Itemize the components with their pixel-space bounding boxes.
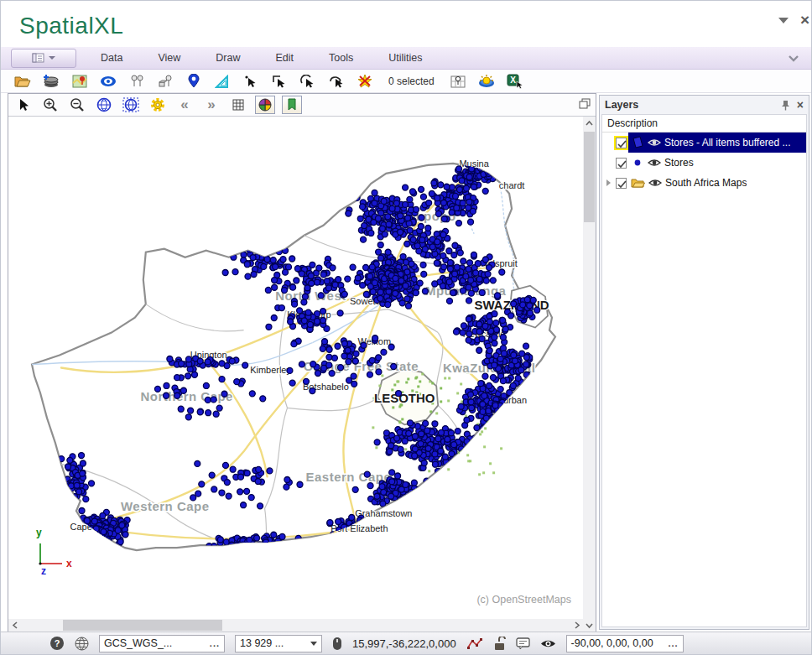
pins-group-icon[interactable] bbox=[127, 72, 146, 91]
tab-utilities[interactable]: Utilities bbox=[371, 48, 440, 69]
scroll-up-icon[interactable] bbox=[583, 117, 596, 129]
layer-row-south-africa-maps[interactable]: South Africa Maps bbox=[602, 173, 806, 193]
set-square-icon[interactable] bbox=[212, 72, 232, 91]
layer-label: Stores bbox=[664, 157, 694, 169]
cascade-windows-icon[interactable] bbox=[579, 97, 591, 112]
title-bar: SpatialXL × bbox=[1, 1, 812, 47]
visibility-eye-icon[interactable] bbox=[648, 178, 662, 188]
rotation-more-button[interactable]: ... bbox=[668, 639, 678, 647]
map-canvas[interactable]: MusinachardtLimpopoNelspruitMpumalangaSW… bbox=[8, 117, 583, 619]
scroll-down-icon[interactable] bbox=[583, 619, 596, 632]
app-title: SpatialXL bbox=[19, 13, 123, 39]
crs-more-button[interactable]: ... bbox=[210, 639, 220, 647]
layers-panel-title: Layers bbox=[605, 99, 774, 111]
projection-globe-icon[interactable] bbox=[75, 637, 89, 651]
app-menu-caret-icon bbox=[49, 56, 55, 60]
layer-label: Stores - All items buffered ... bbox=[664, 137, 791, 148]
layer-checkbox[interactable] bbox=[614, 136, 628, 150]
excel-export-icon[interactable]: X bbox=[506, 72, 525, 91]
bookmark-icon[interactable] bbox=[282, 96, 302, 114]
open-folder-icon[interactable] bbox=[13, 72, 32, 91]
map-pin-icon[interactable] bbox=[184, 72, 203, 91]
next-view-icon[interactable]: » bbox=[201, 96, 221, 114]
main-toolbar: 0 selected X bbox=[1, 70, 811, 93]
layers-sun-icon[interactable] bbox=[477, 72, 497, 91]
tab-draw[interactable]: Draw bbox=[198, 48, 258, 69]
settings-gear-icon[interactable] bbox=[148, 96, 168, 114]
add-layers-icon[interactable] bbox=[41, 72, 60, 91]
app-menu-button[interactable] bbox=[11, 49, 76, 68]
scale-caret-icon bbox=[310, 642, 317, 646]
previous-view-icon[interactable]: « bbox=[174, 96, 195, 114]
scale-dropdown[interactable]: 13 929 ... bbox=[235, 635, 322, 652]
visibility-eye-icon[interactable] bbox=[648, 138, 661, 148]
tab-edit[interactable]: Edit bbox=[258, 48, 311, 69]
tooltip-icon[interactable] bbox=[516, 637, 530, 650]
vertical-scroll-thumb[interactable] bbox=[584, 132, 595, 222]
crs-field[interactable]: GCS_WGS_... ... bbox=[99, 635, 225, 652]
zoom-selection-icon[interactable] bbox=[121, 96, 141, 114]
zoom-out-icon[interactable] bbox=[67, 96, 87, 114]
clear-selection-icon[interactable] bbox=[355, 72, 374, 91]
visibility-icon[interactable] bbox=[540, 638, 556, 649]
tab-view[interactable]: View bbox=[140, 48, 198, 69]
scale-value: 13 929 ... bbox=[240, 637, 304, 649]
axis-y-label: y bbox=[36, 527, 42, 538]
south-africa-map: MusinachardtLimpopoNelspruitMpumalangaSW… bbox=[8, 117, 583, 619]
tab-data[interactable]: Data bbox=[83, 48, 140, 69]
point-symbol-icon bbox=[631, 156, 644, 169]
legend-colors-icon[interactable] bbox=[255, 96, 275, 114]
map-label: Eastern Cape bbox=[306, 470, 392, 484]
pointer-tool-icon[interactable] bbox=[13, 96, 34, 114]
rotation-field[interactable]: -90,00, 0,00, 0,00 ... bbox=[566, 635, 684, 652]
pins-3d-icon[interactable] bbox=[155, 72, 174, 91]
scroll-right-icon[interactable] bbox=[570, 619, 583, 632]
panel-close-icon[interactable]: × bbox=[797, 98, 804, 112]
zoom-full-extent-icon[interactable] bbox=[94, 96, 114, 114]
country-outline bbox=[32, 164, 555, 550]
layer-label: South Africa Maps bbox=[665, 177, 747, 189]
app-menu-icon bbox=[32, 53, 45, 63]
map-label: chardt bbox=[499, 180, 525, 190]
ribbon-collapse-icon[interactable] bbox=[788, 50, 799, 65]
zoom-in-icon[interactable] bbox=[40, 96, 60, 114]
mouse-coordinates: 15,997,-36,222,0,000 bbox=[352, 637, 456, 650]
snap-path-icon[interactable] bbox=[466, 637, 483, 650]
layer-row-stores[interactable]: Stores bbox=[602, 153, 806, 173]
layer-row-stores-buffered[interactable]: Stores - All items buffered ... bbox=[602, 133, 806, 153]
map-label: Musina bbox=[459, 159, 489, 169]
map-image-icon[interactable] bbox=[70, 72, 89, 91]
grid-icon[interactable] bbox=[228, 96, 248, 114]
axis-x-label: x bbox=[66, 558, 72, 569]
select-rectangle-icon[interactable] bbox=[269, 72, 289, 91]
spatialxl-window: SpatialXL × Data View Draw Edit Tools Ut… bbox=[0, 0, 812, 655]
horizontal-scrollbar[interactable] bbox=[8, 619, 583, 632]
tab-tools[interactable]: Tools bbox=[311, 48, 371, 69]
scroll-left-icon[interactable] bbox=[8, 619, 21, 632]
unlock-icon[interactable] bbox=[493, 637, 506, 651]
layer-checkbox[interactable] bbox=[614, 156, 628, 170]
select-circle-icon[interactable] bbox=[298, 72, 317, 91]
expand-arrow-icon[interactable] bbox=[606, 179, 611, 186]
map-panel: « » bbox=[8, 93, 596, 632]
layer-checkbox[interactable] bbox=[614, 176, 628, 190]
select-lasso-icon[interactable] bbox=[326, 72, 346, 91]
window-collapse-icon[interactable] bbox=[778, 18, 789, 23]
locate-on-map-icon[interactable] bbox=[449, 72, 468, 91]
map-label: Western Cape bbox=[121, 499, 210, 513]
layers-panel-header: Layers × bbox=[600, 96, 809, 114]
layers-list: Description Stores - All items buffered … bbox=[601, 114, 807, 627]
status-bar: ? GCS_WGS_... ... 13 929 ... 15,997,-36,… bbox=[1, 632, 811, 654]
pin-icon[interactable] bbox=[781, 100, 790, 111]
window-close-icon[interactable]: × bbox=[800, 14, 809, 26]
visibility-eye-icon[interactable] bbox=[648, 158, 661, 168]
select-point-icon[interactable] bbox=[241, 72, 260, 91]
help-icon[interactable]: ? bbox=[49, 636, 65, 651]
map-toolbar: « » bbox=[8, 94, 596, 117]
bing-maps-icon[interactable] bbox=[98, 72, 117, 91]
vertical-scrollbar[interactable] bbox=[583, 117, 596, 632]
axis-z-label: z bbox=[41, 565, 46, 577]
ribbon-tabs: Data View Draw Edit Tools Utilities bbox=[83, 48, 440, 69]
horizontal-scroll-thumb[interactable] bbox=[63, 620, 222, 631]
polygon-symbol-icon bbox=[631, 136, 644, 149]
